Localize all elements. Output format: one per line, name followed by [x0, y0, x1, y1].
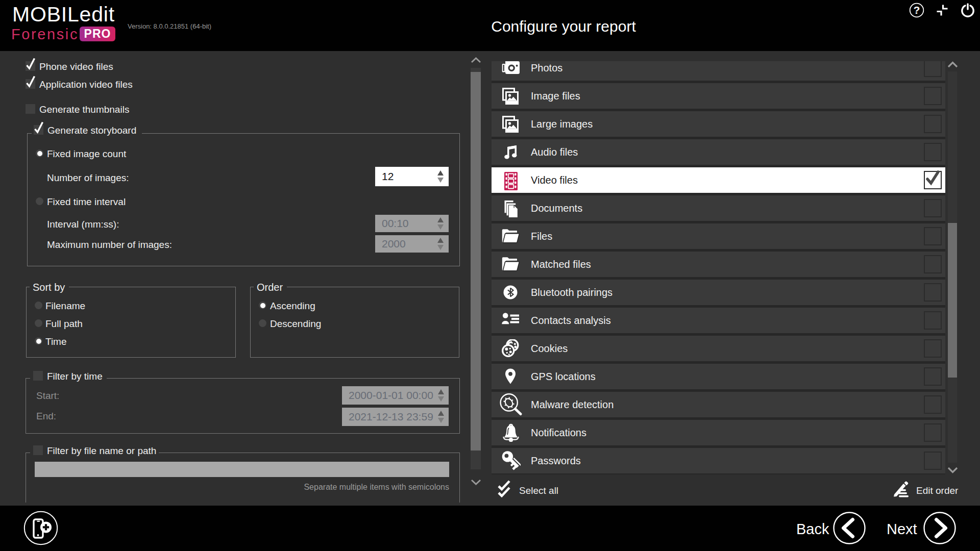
svg-text:?: ? [914, 4, 920, 16]
